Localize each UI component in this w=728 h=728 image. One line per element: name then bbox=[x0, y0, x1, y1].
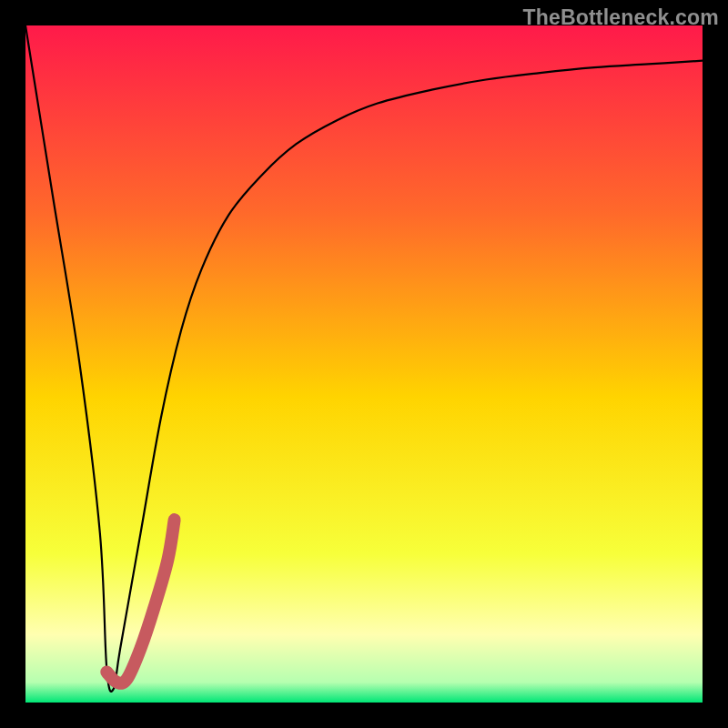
gradient-background bbox=[25, 25, 703, 703]
plot-area bbox=[25, 25, 703, 703]
chart-frame: TheBottleneck.com bbox=[0, 0, 728, 728]
chart-svg bbox=[25, 25, 703, 703]
